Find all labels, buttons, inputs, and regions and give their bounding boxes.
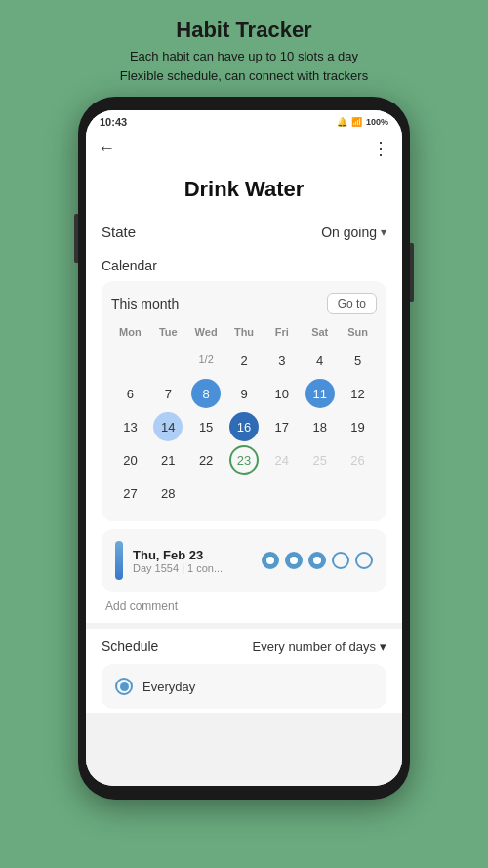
state-row: State On going ▾ [86,216,402,248]
cal-cell-e2 [225,476,264,510]
schedule-section: Schedule Every number of days ▾ Everyday [86,629,402,713]
day-title: Thu, Feb 23 [133,548,252,562]
page-title: Drink Water [86,169,402,216]
cal-cell-10[interactable]: 10 [263,377,301,410]
day-header-tue: Tue [149,324,187,340]
calendar-row-5: 27 28 [111,476,377,510]
schedule-label: Schedule [102,639,158,654]
day-header-sun: Sun [339,324,377,340]
schedule-chevron-icon: ▾ [380,640,386,654]
cal-cell-9[interactable]: 9 [225,377,264,410]
header-section: Habit Tracker Each habit can have up to … [101,0,387,97]
cal-cell-7[interactable]: 7 [149,377,187,410]
app-title: Habit Tracker [120,18,368,43]
cal-cell-12[interactable]: 12 [339,377,377,410]
state-chevron-icon: ▾ [381,226,386,239]
calendar-label: Calendar [102,258,386,273]
cal-cell-8[interactable]: 8 [187,377,225,410]
battery-label: 100% [366,117,388,127]
app-subtitle: Each habit can have up to 10 slots a day… [120,47,368,85]
signal-icon: 📶 [351,117,362,127]
cal-cell-28[interactable]: 28 [149,476,187,510]
day-header-thu: Thu [225,324,264,340]
cal-cell-2[interactable]: 2 [225,344,264,377]
cal-cell-e4 [301,476,339,510]
cal-cell-23[interactable]: 23 [225,443,264,476]
back-button[interactable]: ← [98,139,115,159]
cal-cell-25: 25 [301,443,339,476]
thermometer-icon [115,541,123,580]
habit-dot-2[interactable] [285,552,303,569]
calendar-row-3: 13 14 15 16 17 18 19 [111,410,377,443]
calendar-grid: Mon Tue Wed Thu Fri Sat Sun [111,324,377,510]
status-bar: 10:43 🔔 📶 100% [86,110,402,132]
cal-cell-11[interactable]: 11 [301,377,339,410]
cal-cell-27[interactable]: 27 [111,476,149,510]
notification-icon: 🔔 [337,117,347,127]
habit-dot-5[interactable] [355,552,373,569]
cal-cell-14[interactable]: 14 [149,410,187,443]
day-subtitle: Day 1554 | 1 con... [133,562,252,574]
day-header-wed: Wed [187,324,225,340]
calendar-day-headers: Mon Tue Wed Thu Fri Sat Sun [111,324,377,340]
habit-dot-4[interactable] [332,552,349,569]
cal-cell-21[interactable]: 21 [149,443,187,476]
schedule-option-everyday[interactable]: Everyday [115,674,373,699]
cal-cell-19[interactable]: 19 [339,410,377,443]
calendar-row-2: 6 7 8 9 10 11 12 [111,377,377,410]
schedule-row: Schedule Every number of days ▾ [102,639,386,654]
cal-cell-16[interactable]: 16 [225,410,264,443]
screen: 10:43 🔔 📶 100% ← ⋮ Drink Water State On … [86,110,402,786]
cal-cell-5[interactable]: 5 [339,344,377,377]
cal-cell-6[interactable]: 6 [111,377,149,410]
day-header-mon: Mon [111,324,149,340]
cal-cell-24: 24 [263,443,301,476]
cal-cell-17[interactable]: 17 [263,410,301,443]
habit-dots [262,552,373,569]
calendar-header: This month Go to [111,293,377,314]
schedule-dropdown[interactable]: Every number of days ▾ [253,640,386,654]
habit-dot-3[interactable] [308,552,326,569]
cal-cell-empty-1 [111,344,149,377]
cal-cell-22[interactable]: 22 [187,443,225,476]
cal-cell-13[interactable]: 13 [111,410,149,443]
state-value-text: On going [321,225,377,240]
phone-shell: 10:43 🔔 📶 100% ← ⋮ Drink Water State On … [78,97,410,800]
calendar-row-4: 20 21 22 23 24 25 26 [111,443,377,476]
content-area: Drink Water State On going ▾ Calendar Th… [86,169,402,786]
calendar-section: Calendar This month Go to Mon Tue Wed [86,248,402,623]
day-header-sat: Sat [301,324,339,340]
status-time: 10:43 [100,116,127,128]
state-dropdown[interactable]: On going ▾ [321,225,386,240]
nav-bar: ← ⋮ [86,132,402,169]
radio-button-everyday[interactable] [115,678,133,695]
month-label: This month [111,296,179,311]
day-header-fri: Fri [263,324,301,340]
calendar-card: This month Go to Mon Tue Wed Thu Fri Sat [102,281,386,521]
schedule-value-text: Every number of days [253,640,376,654]
cal-cell-4[interactable]: 4 [301,344,339,377]
cal-cell-e5 [339,476,377,510]
cal-cell-26: 26 [339,443,377,476]
cal-cell-e1 [187,476,225,510]
day-info: Thu, Feb 23 Day 1554 | 1 con... [133,548,252,574]
cal-cell-20[interactable]: 20 [111,443,149,476]
goto-button[interactable]: Go to [327,293,377,314]
cal-cell-empty-2 [149,344,187,377]
habit-dot-1[interactable] [262,552,279,569]
schedule-card: Everyday [102,664,386,709]
add-comment[interactable]: Add comment [102,599,386,619]
radio-inner-everyday [120,682,129,691]
cal-cell-3[interactable]: 3 [263,344,301,377]
cal-cell-18[interactable]: 18 [301,410,339,443]
menu-button[interactable]: ⋮ [372,138,390,159]
day-detail-card: Thu, Feb 23 Day 1554 | 1 con... [102,529,386,592]
cal-cell-1-2[interactable]: 1/2 [187,344,225,377]
calendar-row-1: 1/2 2 3 4 5 [111,344,377,377]
cal-cell-e3 [263,476,301,510]
state-label: State [102,224,136,240]
everyday-label: Everyday [142,680,195,694]
status-icons: 🔔 📶 100% [337,117,388,127]
cal-cell-15[interactable]: 15 [187,410,225,443]
